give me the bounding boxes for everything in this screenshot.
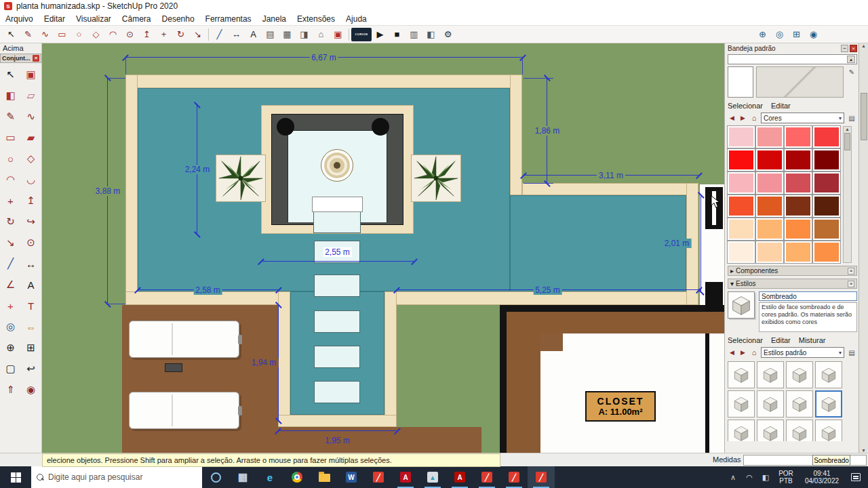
sketchup-icon-3[interactable]: ╱ xyxy=(500,466,528,488)
color-swatch-8[interactable] xyxy=(728,172,755,194)
color-swatch-18[interactable] xyxy=(785,218,812,240)
photos-icon[interactable]: ▲ xyxy=(419,466,446,488)
dimension-platform-height[interactable]: 2,24 m xyxy=(197,105,197,234)
style-thumbnail-2[interactable] xyxy=(786,361,813,388)
offset-tool[interactable]: ⊙ xyxy=(121,27,138,42)
color-swatch-15[interactable] xyxy=(813,195,840,217)
tray-expand-icon[interactable]: ∧ xyxy=(726,473,741,482)
volume-icon[interactable]: ◧ xyxy=(758,473,773,482)
pool-deck-top[interactable] xyxy=(125,75,522,88)
edit-material-pencil-icon[interactable]: ✎ xyxy=(846,66,857,77)
swatch-scrollbar[interactable]: ▲ xyxy=(843,126,852,263)
menu-ferramentas[interactable]: Ferramentas xyxy=(200,13,257,25)
preferences-gear-button[interactable]: ⚙ xyxy=(439,27,456,42)
scale-tool[interactable]: ↘ xyxy=(189,27,206,42)
planter-right[interactable] xyxy=(411,155,461,202)
style-thumbnail-6[interactable] xyxy=(786,390,813,418)
color-swatch-7[interactable] xyxy=(813,149,840,171)
style-thumbnail-0[interactable] xyxy=(728,361,755,388)
menu-ajuda[interactable]: Ajuda xyxy=(340,13,372,25)
sun-lounger-2[interactable] xyxy=(129,392,239,429)
sun-lounger-1[interactable] xyxy=(129,321,239,358)
tab-editar-styles[interactable]: Editar xyxy=(771,336,791,344)
stepping-stone[interactable] xyxy=(314,310,360,333)
dimension-walkway-width[interactable]: 1,95 m xyxy=(278,430,397,431)
network-icon[interactable]: ◠ xyxy=(742,473,757,482)
walkway-left-edge[interactable] xyxy=(278,291,290,427)
sketchup-icon-1[interactable]: ╱ xyxy=(365,466,392,488)
curion-extension-button[interactable]: CURION xyxy=(351,28,372,41)
orbit-tool[interactable]: ◎ xyxy=(1,317,20,337)
color-swatch-21[interactable] xyxy=(756,241,783,263)
color-swatch-1[interactable] xyxy=(756,126,783,148)
zoom-extents-button[interactable]: ⊕ xyxy=(754,27,771,42)
dimension-tool[interactable]: ↔ xyxy=(228,27,245,42)
tab-editar-colors[interactable]: Editar xyxy=(771,102,791,110)
pool-deck-left[interactable] xyxy=(125,75,138,305)
language-indicator[interactable]: POR PTB xyxy=(774,470,797,485)
push-pull-tool[interactable]: ↥ xyxy=(21,190,41,211)
protractor-tool[interactable]: ∠ xyxy=(1,274,20,295)
components-button[interactable]: ▣ xyxy=(330,27,347,42)
stepping-stone[interactable] xyxy=(314,346,360,368)
scale-tool[interactable]: ↘ xyxy=(1,232,20,253)
zoom-extents-tool[interactable]: ▢ xyxy=(1,359,20,379)
color-swatch-3[interactable] xyxy=(813,126,840,148)
materials-list-box[interactable]: ▴ xyxy=(728,54,857,64)
style-thumbnail-10[interactable] xyxy=(786,420,813,441)
tool-palette-tab[interactable]: Conjunt... × xyxy=(0,54,41,63)
look-around-button[interactable]: ◉ xyxy=(805,27,822,42)
freehand-tool[interactable]: ∿ xyxy=(37,27,54,42)
dimension-left-height[interactable]: 3,88 m xyxy=(107,78,108,304)
style-thumbnail-8[interactable] xyxy=(728,420,755,441)
polygon-tool[interactable]: ◇ xyxy=(87,27,104,42)
circle-tool[interactable]: ○ xyxy=(1,148,20,169)
style-thumbnail-3[interactable] xyxy=(815,361,842,388)
color-swatch-4[interactable] xyxy=(728,149,755,171)
style-thumbnail-1[interactable] xyxy=(757,361,784,388)
cortana-button[interactable] xyxy=(202,466,229,488)
pdf-icon[interactable]: A xyxy=(446,466,473,488)
eraser-tool[interactable]: ▱ xyxy=(21,85,41,106)
color-swatch-19[interactable] xyxy=(813,218,840,240)
tab-misturar-styles[interactable]: Misturar xyxy=(799,336,826,344)
move-tool[interactable]: + xyxy=(155,27,172,42)
scroll-up-icon[interactable]: ▴ xyxy=(847,56,855,63)
tray-minimize-icon[interactable]: − xyxy=(841,45,848,52)
color-swatch-9[interactable] xyxy=(756,172,783,194)
select-tool[interactable]: ↖ xyxy=(3,27,20,42)
dimension-walkway-length[interactable]: 1,94 m xyxy=(278,305,279,420)
componentes-section[interactable]: ▸ Componentes × xyxy=(728,266,857,276)
style-thumbnail-7[interactable] xyxy=(815,390,842,418)
platform-step[interactable] xyxy=(313,211,361,233)
section-plane-tool[interactable]: ▤ xyxy=(262,27,279,42)
details-icon[interactable]: ▤ xyxy=(846,347,857,358)
push-pull-tool[interactable]: ↥ xyxy=(138,27,155,42)
pillow-right[interactable] xyxy=(372,118,389,136)
paint-bucket-tool[interactable]: ◧ xyxy=(1,85,20,106)
lounger-side-table[interactable] xyxy=(165,363,182,372)
dimension-right-upper[interactable]: 1,86 m xyxy=(547,78,547,183)
dimension-deck-right[interactable]: 5,25 m xyxy=(397,289,698,290)
rectangle-tool[interactable]: ▭ xyxy=(1,127,20,148)
tab-selecionar-colors[interactable]: Selecionar xyxy=(728,102,763,110)
forward-arrow-icon[interactable]: ▶ xyxy=(738,115,747,121)
color-swatch-12[interactable] xyxy=(728,195,755,217)
styles-dropdown[interactable]: Estilos padrão ▾ xyxy=(761,347,844,358)
dimension-platform-width[interactable]: 2,55 m xyxy=(261,261,414,262)
text-tool[interactable]: A xyxy=(245,27,262,42)
rotate-tool[interactable]: ↻ xyxy=(172,27,189,42)
style-name-field[interactable]: Sombreado xyxy=(759,291,857,301)
tool-palette-close-icon[interactable]: × xyxy=(33,55,39,62)
walk-tool[interactable]: ⇑ xyxy=(1,380,20,400)
sketchup-icon-4[interactable]: ╱ xyxy=(528,466,555,488)
sample-paint-icon[interactable]: ▤ xyxy=(846,113,857,123)
two-point-arc-tool[interactable]: ◡ xyxy=(21,169,41,190)
menu-visualizar[interactable]: Visualizar xyxy=(71,13,117,25)
chrome-icon[interactable] xyxy=(283,466,311,488)
model-canvas[interactable]: CLOSET A: 11.00m² 6,67 m 1,86 m 3,11 m 2… xyxy=(42,43,724,453)
shadows-button[interactable]: ◨ xyxy=(296,27,313,42)
action-center-button[interactable] xyxy=(846,473,865,481)
style-preview-thumb[interactable] xyxy=(728,291,755,319)
estilos-section[interactable]: ▾ Estilos × xyxy=(728,279,857,289)
